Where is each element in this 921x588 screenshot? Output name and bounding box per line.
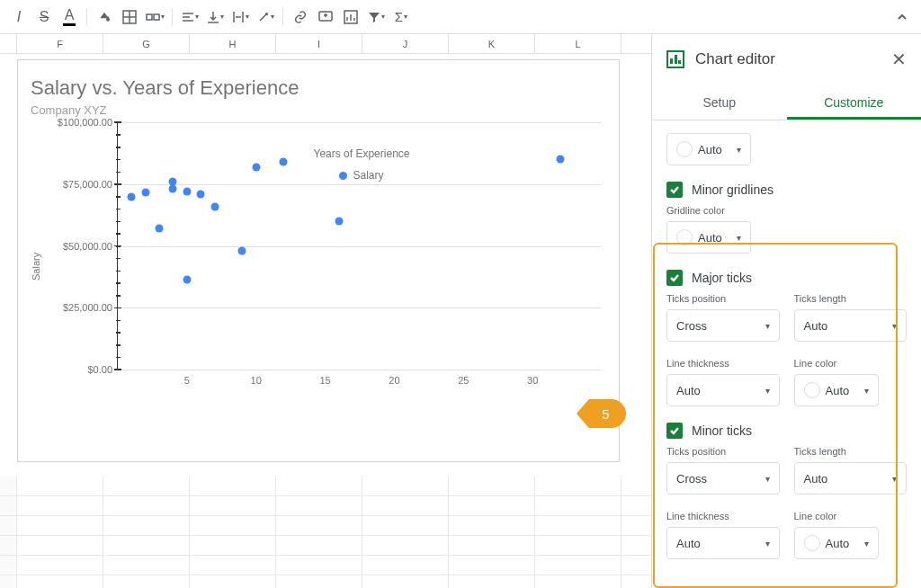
minor-line-color-dropdown[interactable]: Auto▾ — [794, 527, 879, 559]
major-line-color-dropdown[interactable]: Auto▾ — [794, 374, 879, 406]
collapse-toolbar-button[interactable] — [890, 5, 914, 29]
data-point — [183, 275, 191, 283]
horizontal-align-button[interactable]: ▾ — [178, 5, 201, 29]
italic-button[interactable]: I — [7, 5, 31, 29]
filter-button[interactable]: ▾ — [364, 5, 388, 29]
col-header[interactable]: L — [535, 34, 621, 53]
data-point — [252, 163, 260, 171]
chart-subtitle: Company XYZ — [31, 103, 606, 117]
text-color-button[interactable]: A — [58, 5, 81, 29]
major-ticks-position-dropdown[interactable]: Cross▾ — [666, 309, 780, 342]
gridline-color-label: Gridline color — [666, 205, 907, 216]
chart-title: Salary vs. Years of Experience — [31, 76, 606, 100]
tab-customize[interactable]: Customize — [787, 85, 922, 120]
data-point — [238, 247, 246, 255]
data-point — [141, 189, 149, 197]
data-point — [335, 218, 343, 226]
close-sidebar-button[interactable]: ✕ — [891, 49, 907, 70]
col-header[interactable]: G — [103, 34, 190, 53]
y-tick-label: $75,000.00 — [45, 179, 112, 190]
sidebar-title: Chart editor — [695, 50, 891, 68]
column-headers: F G H I J K L — [0, 34, 651, 54]
strikethrough-button[interactable]: S — [32, 5, 56, 29]
spreadsheet-area[interactable]: F G H I J K L Salary vs. Years of Experi… — [0, 34, 651, 588]
x-tick-label: 5 — [184, 375, 190, 386]
col-header[interactable]: H — [190, 34, 276, 53]
svg-rect-3 — [147, 14, 152, 20]
col-header[interactable]: J — [362, 34, 449, 53]
text-wrap-button[interactable]: ▾ — [228, 5, 252, 29]
x-tick-label: 30 — [527, 375, 538, 386]
x-tick-label: 10 — [251, 375, 262, 386]
insert-comment-button[interactable] — [314, 5, 337, 29]
x-tick-label: 20 — [389, 375, 399, 386]
data-point — [197, 190, 205, 198]
functions-button[interactable]: Σ▾ — [389, 5, 413, 29]
vertical-align-button[interactable]: ▾ — [203, 5, 227, 29]
minor-gridlines-label: Minor gridlines — [692, 183, 773, 197]
chart-editor-icon — [666, 50, 684, 68]
data-point — [169, 185, 177, 193]
major-ticks-label: Major ticks — [692, 271, 752, 285]
minor-ticks-checkbox[interactable] — [666, 423, 683, 439]
fill-color-button[interactable] — [93, 5, 116, 29]
merge-cells-button[interactable]: ▾ — [143, 5, 166, 29]
data-point — [169, 178, 177, 186]
x-tick-label: 25 — [458, 375, 469, 386]
y-tick-label: $100,000.00 — [45, 117, 112, 128]
y-tick-label: $50,000.00 — [45, 241, 112, 252]
data-point — [128, 192, 136, 200]
col-header[interactable]: I — [276, 34, 362, 53]
y-tick-label: $0.00 — [45, 364, 112, 375]
data-point — [210, 202, 219, 210]
col-header[interactable]: K — [449, 34, 535, 53]
minor-ticks-label: Minor ticks — [692, 423, 752, 438]
minor-line-thickness-dropdown[interactable]: Auto▾ — [666, 527, 780, 559]
major-ticks-checkbox[interactable] — [666, 270, 683, 286]
data-point — [183, 188, 191, 196]
insert-link-button[interactable] — [289, 5, 312, 29]
borders-button[interactable] — [118, 5, 141, 29]
col-header[interactable]: F — [17, 34, 103, 53]
x-tick-label: 15 — [319, 375, 330, 386]
data-point — [156, 225, 164, 233]
tab-setup[interactable]: Setup — [652, 85, 787, 120]
text-rotation-button[interactable]: ▾ — [254, 5, 277, 29]
minor-ticks-position-dropdown[interactable]: Cross▾ — [666, 462, 780, 494]
chart-editor-sidebar: Chart editor ✕ Setup Customize Auto▾ Min… — [651, 34, 921, 588]
insert-chart-button[interactable] — [339, 5, 362, 29]
formatting-toolbar: I S A ▾ ▾ ▾ ▾ ▾ ▾ Σ▾ — [0, 0, 921, 34]
data-point — [556, 156, 564, 164]
y-tick-label: $25,000.00 — [45, 302, 112, 313]
chart-object[interactable]: Salary vs. Years of Experience Company X… — [17, 59, 620, 462]
y-axis-label: Salary — [31, 122, 41, 410]
major-ticks-length-dropdown[interactable]: Auto▾ — [794, 309, 908, 342]
minor-ticks-length-dropdown[interactable]: Auto▾ — [794, 462, 908, 494]
data-point — [280, 158, 288, 166]
svg-rect-4 — [154, 14, 159, 20]
major-line-thickness-dropdown[interactable]: Auto▾ — [666, 374, 780, 406]
minor-gridlines-checkbox[interactable] — [666, 182, 683, 198]
gridline-auto-dropdown[interactable]: Auto▾ — [666, 133, 751, 165]
gridline-color-dropdown[interactable]: Auto▾ — [666, 221, 751, 254]
plot-area: 51015202530 — [117, 122, 601, 370]
